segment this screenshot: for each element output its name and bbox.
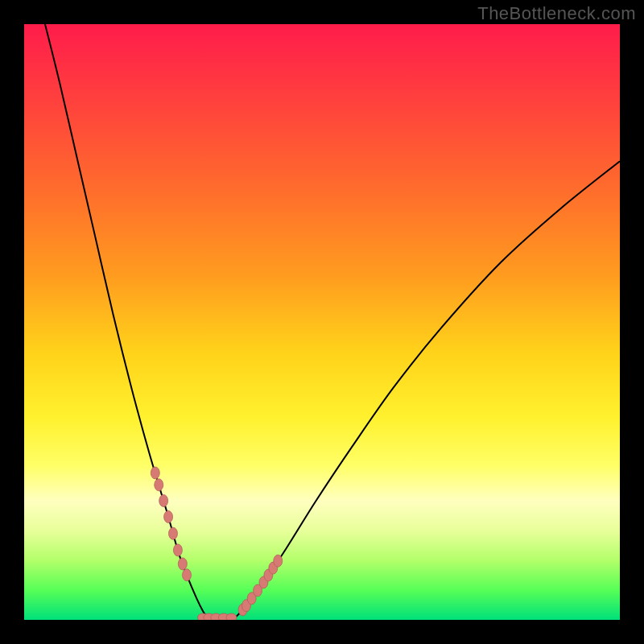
curve-layer — [24, 24, 620, 620]
data-marker — [178, 558, 187, 570]
plot-area — [24, 24, 620, 620]
watermark-text: TheBottleneck.com — [477, 3, 636, 24]
left-curve — [42, 24, 208, 620]
data-marker — [164, 510, 173, 522]
marker-layer — [151, 467, 282, 620]
right-curve — [233, 161, 620, 620]
chart-frame: TheBottleneck.com — [0, 0, 644, 644]
data-marker — [159, 495, 168, 507]
data-marker — [151, 467, 159, 479]
data-marker — [183, 569, 192, 581]
data-marker — [226, 613, 237, 620]
data-marker — [169, 527, 178, 539]
data-marker — [274, 555, 283, 567]
data-marker — [173, 544, 182, 556]
data-marker — [155, 479, 163, 491]
